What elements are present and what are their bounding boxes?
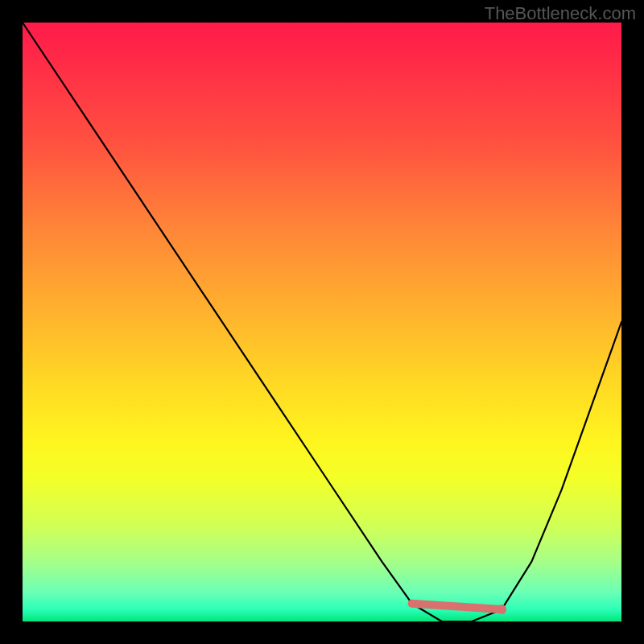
watermark-text: TheBottleneck.com: [485, 3, 636, 24]
chart-area: [23, 23, 621, 621]
curve-svg: [23, 23, 621, 621]
flat-region-overlay: [412, 604, 502, 609]
curve-marker: [497, 605, 506, 614]
bottleneck-curve-path: [23, 23, 621, 621]
